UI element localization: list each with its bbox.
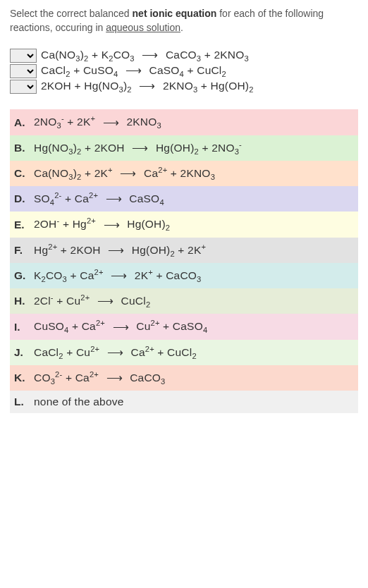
option-label: A. bbox=[14, 116, 28, 129]
option-equation: Ca(NO3)2 + 2K+ ⟶ Ca2+ + 2KNO3 bbox=[34, 166, 215, 181]
instr-bold: net ionic equation bbox=[133, 8, 217, 19]
option-row: C.Ca(NO3)2 + 2K+ ⟶ Ca2+ + 2KNO3 bbox=[10, 161, 358, 186]
option-equation: CuSO4 + Ca2+ ⟶ Cu2+ + CaSO4 bbox=[34, 319, 207, 334]
arrow-icon: ⟶ bbox=[132, 142, 148, 154]
arrow-icon: ⟶ bbox=[104, 219, 120, 231]
option-label: E. bbox=[14, 219, 28, 231]
option-row: K.CO32- + Ca2+ ⟶ CaCO3 bbox=[10, 365, 358, 391]
arrow-icon: ⟶ bbox=[142, 49, 158, 61]
arrow-icon: ⟶ bbox=[120, 167, 136, 180]
arrow-icon: ⟶ bbox=[106, 372, 123, 384]
option-equation: 2OH- + Hg2+ ⟶ Hg(OH)2 bbox=[34, 216, 170, 232]
option-label: G. bbox=[14, 269, 28, 282]
option-row: F.Hg2+ + 2KOH ⟶ Hg(OH)2 + 2K+ bbox=[10, 238, 358, 263]
option-equation: CO32- + Ca2+ ⟶ CaCO3 bbox=[34, 370, 166, 386]
instr-prefix: Select the correct balanced bbox=[10, 8, 133, 19]
option-row: D.SO42- + Ca2+ ⟶ CaSO4 bbox=[10, 186, 358, 212]
option-equation: Hg2+ + 2KOH ⟶ Hg(OH)2 + 2K+ bbox=[34, 243, 206, 258]
option-equation: none of the above bbox=[34, 396, 124, 408]
options-list: A.2NO3- + 2K+ ⟶ 2KNO3B.Hg(NO3)2 + 2KOH ⟶… bbox=[10, 109, 358, 413]
arrow-icon: ⟶ bbox=[106, 192, 122, 205]
option-label: H. bbox=[14, 295, 28, 307]
option-row: H.2Cl- + Cu2+ ⟶ CuCl2 bbox=[10, 288, 358, 314]
arrow-icon: ⟶ bbox=[108, 244, 124, 257]
option-row: L.none of the above bbox=[10, 391, 358, 413]
option-equation: 2NO3- + 2K+ ⟶ 2KNO3 bbox=[34, 114, 161, 130]
option-label: D. bbox=[14, 192, 28, 205]
option-label: I. bbox=[14, 321, 28, 333]
option-label: J. bbox=[14, 346, 28, 359]
arrow-icon: ⟶ bbox=[107, 346, 123, 359]
instructions: Select the correct balanced net ionic eq… bbox=[10, 7, 358, 35]
option-label: C. bbox=[14, 167, 28, 180]
arrow-icon: ⟶ bbox=[125, 64, 142, 77]
reaction-equation: CaCl2 + CuSO4 ⟶ CaSO4 + CuCl2 bbox=[41, 64, 226, 78]
reaction-equation: Ca(NO3)2 + K2CO3 ⟶ CaCO3 + 2KNO3 bbox=[41, 49, 249, 63]
option-label: F. bbox=[14, 244, 28, 257]
reaction-list: Ca(NO3)2 + K2CO3 ⟶ CaCO3 + 2KNO3CaCl2 + … bbox=[10, 49, 358, 94]
option-row: B.Hg(NO3)2 + 2KOH ⟶ Hg(OH)2 + 2NO3- bbox=[10, 135, 358, 161]
arrow-icon: ⟶ bbox=[113, 321, 129, 333]
reaction-equation: 2KOH + Hg(NO3)2 ⟶ 2KNO3 + Hg(OH)2 bbox=[41, 80, 254, 94]
option-row: I.CuSO4 + Ca2+ ⟶ Cu2+ + CaSO4 bbox=[10, 314, 358, 339]
reaction-select-3[interactable] bbox=[10, 80, 37, 94]
option-row: G.K2CO3 + Ca2+ ⟶ 2K+ + CaCO3 bbox=[10, 263, 358, 288]
option-label: B. bbox=[14, 142, 28, 154]
option-equation: 2Cl- + Cu2+ ⟶ CuCl2 bbox=[34, 293, 150, 309]
option-row: J.CaCl2 + Cu2+ ⟶ Ca2+ + CuCl2 bbox=[10, 340, 358, 365]
reaction-row: 2KOH + Hg(NO3)2 ⟶ 2KNO3 + Hg(OH)2 bbox=[10, 80, 358, 94]
reaction-row: Ca(NO3)2 + K2CO3 ⟶ CaCO3 + 2KNO3 bbox=[10, 49, 358, 63]
option-label: L. bbox=[14, 396, 28, 408]
reaction-select-1[interactable] bbox=[10, 49, 37, 63]
option-equation: Hg(NO3)2 + 2KOH ⟶ Hg(OH)2 + 2NO3- bbox=[34, 140, 242, 156]
option-equation: SO42- + Ca2+ ⟶ CaSO4 bbox=[34, 191, 164, 207]
arrow-icon: ⟶ bbox=[103, 116, 119, 129]
arrow-icon: ⟶ bbox=[97, 295, 114, 307]
arrow-icon: ⟶ bbox=[111, 269, 127, 282]
option-label: K. bbox=[14, 372, 28, 384]
option-row: E.2OH- + Hg2+ ⟶ Hg(OH)2 bbox=[10, 212, 358, 237]
option-equation: K2CO3 + Ca2+ ⟶ 2K+ + CaCO3 bbox=[34, 268, 201, 283]
reaction-row: CaCl2 + CuSO4 ⟶ CaSO4 + CuCl2 bbox=[10, 64, 358, 78]
option-equation: CaCl2 + Cu2+ ⟶ Ca2+ + CuCl2 bbox=[34, 345, 197, 360]
reaction-select-2[interactable] bbox=[10, 64, 37, 78]
instr-underlined: aqueous solution bbox=[106, 22, 180, 33]
arrow-icon: ⟶ bbox=[139, 80, 155, 92]
option-row: A.2NO3- + 2K+ ⟶ 2KNO3 bbox=[10, 109, 358, 135]
instr-suffix: . bbox=[180, 22, 183, 33]
